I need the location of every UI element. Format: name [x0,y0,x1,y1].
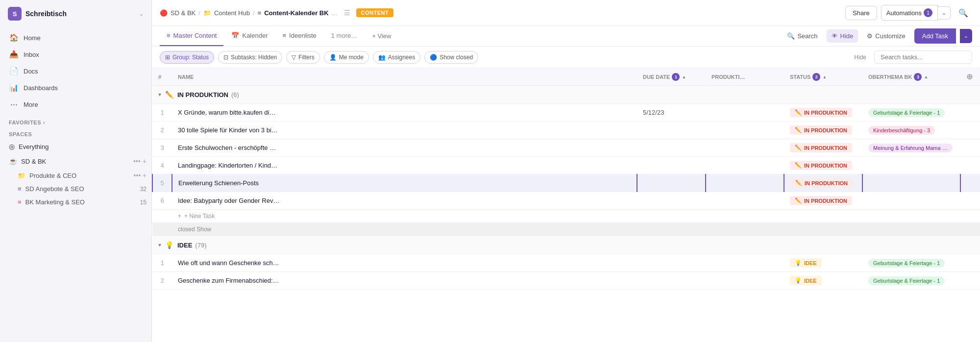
bc-sep-1: / [198,9,200,17]
search-tasks-input[interactable] [874,50,972,64]
share-button[interactable]: Share [845,6,877,20]
col-duedate-header[interactable]: DUE DATE 1 ▲ [637,68,706,86]
group-status-label: Group: Status [172,54,209,61]
group-count-idee: (79) [195,242,206,249]
sidebar-item-more[interactable]: ⋯ More [4,96,147,113]
add-view-button[interactable]: + View [367,28,396,44]
row-name-3: Landingpage: Kindertorten / Kind… [172,157,637,174]
new-task-cell: + + New Task [172,210,980,223]
col-oberthema-header[interactable]: OBERTHEMA BK 3 ▲ [862,68,960,86]
favorites-chevron-icon: › [43,120,45,125]
topbar: 🔴 SD & BK / 📁 Content Hub / ≡ Content-Ka… [152,0,980,26]
sidebar-item-docs[interactable]: 📄 Docs [4,63,147,79]
add-column-icon[interactable]: ⊕ [966,73,973,81]
row-name-5: Idee: Babyparty oder Gender Rev… [172,192,637,210]
me-mode-chip[interactable]: 👤 Me mode [324,51,369,64]
row-duedate-3 [637,157,706,174]
col-produktion-header[interactable]: PRODUKTI… [706,68,784,86]
topbar-menu-icon[interactable]: ☰ [344,9,350,17]
sidebar-item-dashboards[interactable]: 📊 Dashboards [4,79,147,96]
group-icon-idee: 💡 [165,241,173,249]
row-oberthema-0: Geburtstage & Feiertage - 1 [862,104,960,122]
show-closed-button[interactable]: closed Show [178,226,211,233]
automations-button[interactable]: Automations 1 [881,5,938,21]
produkte-add-icon[interactable]: + [143,171,147,179]
table-row[interactable]: 4 Landingpage: Kindertorten / Kind… ✏️ I… [152,157,980,174]
sidebar-item-bk-marketing-seo[interactable]: ≡ BK Marketing & SEO 15 [0,195,151,209]
assignees-label: Assignees [388,54,415,61]
produkte-dots-icon[interactable]: ••• [133,171,141,179]
assignees-chip[interactable]: 👥 Assignees [373,51,420,64]
bc-dots-icon[interactable]: … [332,9,338,17]
me-mode-icon: 👤 [329,54,337,61]
sidebar-item-inbox[interactable]: 📥 Inbox [4,46,147,63]
col-add-header[interactable]: ⊕ [960,68,980,86]
tab-kalender[interactable]: 📅 Kalender [224,26,274,46]
group-label-idee: IDEE (79) [177,242,206,249]
sidebar-item-home[interactable]: 🏠 Home [4,29,147,46]
customize-button[interactable]: ⚙ Customize [862,29,910,43]
col-status-header[interactable]: STATUS 2 ▲ [784,68,862,86]
group-count-in-produktion: (6) [231,91,239,98]
status-badge: 💡 IDEE [790,276,822,285]
filters-chip[interactable]: ▽ Filters [286,51,320,64]
table-row[interactable]: 1 X Gründe, warum bitte.kaufen di… 5/12/… [152,104,980,122]
subtasks-icon: ⊡ [223,54,228,61]
row-status-5: ✏️ IN PRODUKTION [784,192,862,210]
add-task-chevron-button[interactable]: ⌄ [960,29,972,43]
hide-button[interactable]: 👁 Hide [827,29,858,43]
row-oberthema-2: Meinung & Erfahrung Mama … [862,139,960,157]
content-tag: CONTENT [356,8,394,17]
status-icon: ✏️ [795,162,802,169]
show-closed-chip[interactable]: 🔵 Show closed [424,51,478,64]
bc-content-hub[interactable]: Content Hub [214,9,250,17]
tab-ideenliste[interactable]: ≡ Ideenliste [276,26,323,46]
workspace-header[interactable]: S Schreibtisch ⌄ [0,0,151,27]
row-produktion-1 [706,272,784,290]
status-icon: ✏️ [795,145,802,151]
add-task-button[interactable]: Add Task [914,28,956,44]
tab-more[interactable]: 1 more… [324,26,364,46]
tab-more-label: 1 more… [331,32,357,39]
row-num-1: 2 [152,122,172,139]
table-row[interactable]: 6 Idee: Babyparty oder Gender Rev… ✏️ IN… [152,192,980,210]
table-container: # NAME DUE DATE 1 ▲ [152,68,980,342]
search-tab-button[interactable]: 🔍 Search [782,29,822,43]
table-row[interactable]: 5 Erweiterung Schienen-Posts ✏️ IN PRODU… [152,174,980,192]
bc-content-kalender[interactable]: Content-Kalender BK [264,9,328,17]
table-row[interactable]: 2 30 tolle Spiele für Kinder von 3 bi… ✏… [152,122,980,139]
row-duedate-2 [637,139,706,157]
status-icon: ✏️ [795,197,802,204]
produkte-ceo-icon: 📁 [18,172,25,179]
row-produktion-2 [706,139,784,157]
new-task-label: + New Task [184,213,215,220]
table-row[interactable]: 3 Erste Schulwochen - erschöpfte … ✏️ IN… [152,139,980,157]
table-row[interactable]: 2 Geschenke zum Firmenabschied:… 💡 IDEE … [152,272,980,290]
group-status-chip[interactable]: ⊞ Group: Status [160,51,214,64]
favorites-section[interactable]: Favorites › [0,115,151,127]
sidebar-item-sd-angebote-seo[interactable]: ≡ SD Angebote & SEO 32 [0,182,151,195]
new-task-button[interactable]: + + New Task [178,213,974,220]
sidebar-item-everything[interactable]: ◎ Everything [0,139,151,154]
sidebar-item-produkte-ceo[interactable]: 📁 Produkte & CEO ••• + [0,169,151,182]
bc-sd-bk[interactable]: SD & BK [171,9,196,17]
automations-chevron-button[interactable]: ⌄ [938,6,951,20]
sidebar-item-sd-bk[interactable]: ☕ SD & BK ••• + [0,154,151,169]
bk-marketing-count: 15 [140,199,147,206]
subtasks-chip[interactable]: ⊡ Subtasks: Hidden [218,51,282,64]
everything-label: Everything [19,143,147,150]
row-oberthema-1: Geburtstage & Feiertage - 1 [862,272,960,290]
sd-bk-dots-icon[interactable]: ••• [133,157,141,165]
table-row[interactable]: 1 Wie oft und wann Geschenke sch… 💡 IDEE… [152,254,980,272]
tabs-right: 🔍 Search 👁 Hide ⚙ Customize Add Task ⌄ [782,28,972,44]
topbar-search-button[interactable]: 🔍 [955,5,972,21]
group-chevron-idee[interactable]: ▾ [158,242,161,248]
hide-toolbar-button[interactable]: Hide [849,51,871,63]
row-status-0: 💡 IDEE [784,254,862,272]
docs-icon: 📄 [9,67,19,75]
tab-master-content[interactable]: ≡ Master Content [160,26,223,46]
sd-bk-add-icon[interactable]: + [143,157,147,165]
row-duedate-4 [637,174,706,192]
group-chevron-in-produktion[interactable]: ▾ [158,91,161,98]
show-closed-icon: 🔵 [430,54,437,61]
